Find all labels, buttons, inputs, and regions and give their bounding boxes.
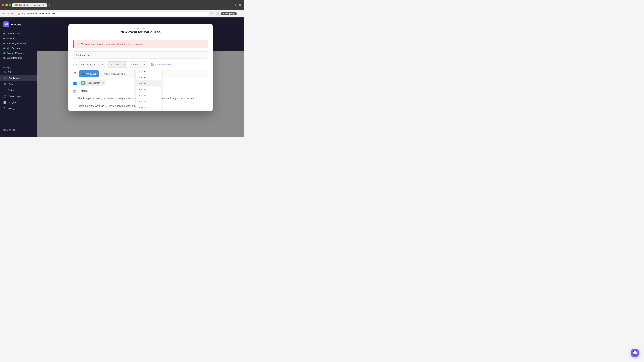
date-value: Sat Jan 20, 2024 — [81, 63, 99, 66]
timezone-button[interactable]: 🌐 ASIA/SHANGHAI — [149, 62, 174, 67]
attendee-avatar: SS — [81, 81, 86, 85]
time-option-300am[interactable]: 3:00 am — [136, 86, 161, 92]
modal-close-button[interactable]: × — [204, 27, 209, 32]
duration-value: 45 min — [131, 63, 138, 66]
window-action-controls[interactable]: ─ □ ✕ — [228, 3, 242, 7]
sidebar-item-label: To-dos — [8, 89, 14, 91]
time-option-400am[interactable]: 4:00 am — [136, 111, 161, 111]
sidebar-item-label: Settings — [8, 107, 16, 110]
events-icon: 📅 — [3, 83, 6, 86]
sidebar-footer-logo: HOMERUN — [0, 126, 37, 134]
sidebar-item-content-writer[interactable]: Content Writer — [0, 31, 37, 36]
duration-selector[interactable]: 45 min ▾ — [129, 61, 147, 68]
time-option-315am[interactable]: 3:15 am — [136, 92, 161, 98]
attendee-name: Shane Smith — [87, 82, 100, 84]
sidebar-item-account-manager[interactable]: Account Manager — [0, 51, 37, 55]
settings-icon: ⚙ — [3, 107, 6, 110]
nav-org-label: Moodjoy — [0, 65, 37, 69]
new-tab-button[interactable]: + — [47, 3, 52, 7]
event-name-input[interactable] — [73, 51, 208, 59]
job-status-dot — [3, 47, 5, 49]
sidebar-item-marketing-associate[interactable]: Marketing Associate — [0, 41, 37, 46]
back-button[interactable]: ← — [3, 12, 5, 15]
org-name: Moodjoy — [11, 23, 21, 26]
sidebar-item-label: Events — [8, 83, 15, 85]
time-option-230am[interactable]: 2:30 am — [136, 74, 161, 80]
sidebar-item-jobs[interactable]: 🗂 Jobs — [0, 69, 37, 75]
close-window-button[interactable] — [2, 4, 4, 6]
video-icon: 📹 — [82, 72, 85, 75]
browser-tab-active[interactable]: H Candidates · Homerun ✕ — [12, 3, 46, 7]
job-label: Account Manager — [7, 52, 24, 54]
incognito-icon: 🕵 — [222, 12, 224, 15]
org-selector[interactable]: MM Moodjoy ▾ — [0, 20, 37, 30]
time-option-215am[interactable]: 2:15 am — [136, 68, 161, 74]
sidebar-item-todos[interactable]: ✓ To-dos — [0, 87, 37, 93]
duration-chevron-icon: ▾ — [144, 64, 145, 65]
restore-icon[interactable]: □ — [233, 3, 237, 7]
sidebar-item-label: Jobs — [8, 71, 12, 73]
modal-step-label: STEP 1 OF 1 — [73, 27, 208, 29]
date-chevron-icon: ▾ — [102, 64, 103, 65]
sidebar-item-candidates[interactable]: 👤 Candidates — [0, 75, 37, 81]
address-bar: ← → ↻ 🔒 app.homerun.co/candidates/542551… — [0, 10, 244, 17]
browser-actions[interactable]: ☆ ⬜ 🕵 Incognito (2) ⋮ — [211, 12, 242, 15]
modal-overlay[interactable]: STEP 1 OF 1 New event for Marie Tess × ⚠… — [37, 17, 244, 137]
incognito-badge[interactable]: 🕵 Incognito (2) — [221, 12, 237, 15]
url-display: app.homerun.co/candidates/5425511 — [22, 12, 58, 15]
sidebar-item-insights[interactable]: 📊 Insights — [0, 99, 37, 105]
time-selector[interactable]: 12:00 am ▾ 2:15 am 2:30 am 2:45 am 3:00 … — [107, 61, 127, 68]
sidebar-item-visual-designer[interactable]: Visual Designer — [0, 55, 37, 60]
sidebar-item-teacher[interactable]: Teacher — [0, 36, 37, 41]
minimize-icon[interactable]: ─ — [228, 3, 232, 7]
main-content: STEP 1 OF 1 New event for Marie Tess × ⚠… — [37, 17, 244, 137]
nav-buttons[interactable]: ← → ↻ — [3, 12, 13, 15]
sidebar-item-label: Career page — [8, 95, 21, 97]
address-input[interactable]: 🔒 app.homerun.co/candidates/5425511 — [15, 11, 209, 16]
attendee-remove-button[interactable]: × — [102, 82, 104, 84]
job-status-dot — [3, 57, 5, 59]
menu-icon[interactable]: ⋮ — [239, 12, 242, 15]
job-label: Visual Designer — [7, 57, 22, 59]
modal-header: STEP 1 OF 1 New event for Marie Tess × — [68, 24, 213, 37]
job-label: Marketing Associate — [7, 42, 26, 44]
sidebar-item-events[interactable]: 📅 Events — [0, 81, 37, 87]
job-label: Content Writer — [7, 32, 21, 35]
bookmark-icon[interactable]: ☆ — [211, 12, 214, 15]
sidebar-item-label: Insights — [8, 101, 16, 104]
date-selector[interactable]: Sat Jan 20, 2024 ▾ — [78, 61, 105, 68]
job-status-dot — [3, 38, 5, 39]
tab-close-button[interactable]: ✕ — [42, 4, 44, 6]
modal-body: ⚠ This candidate has no email and will n… — [68, 37, 213, 111]
window-controls[interactable] — [2, 4, 11, 6]
time-dropdown-scroll[interactable]: 2:15 am 2:30 am 2:45 am 3:00 am 3:15 am … — [136, 68, 161, 111]
close-icon[interactable]: ✕ — [238, 3, 242, 7]
refresh-button[interactable]: ↻ — [11, 12, 13, 15]
reader-icon[interactable]: ⬜ — [216, 12, 219, 15]
location-icon: 📍 — [73, 72, 77, 76]
attendees-icon: 👥 — [73, 81, 77, 85]
org-avatar: MM — [3, 21, 9, 27]
todos-icon: ✓ — [3, 89, 6, 92]
warning-text: This candidate has no email and will not… — [81, 43, 144, 45]
minimize-window-button[interactable] — [5, 4, 8, 6]
dropdown-scrollbar — [160, 70, 160, 99]
video-call-button[interactable]: 📹 Video call — [79, 70, 99, 77]
jobs-section: Content Writer Teacher Marketing Associa… — [0, 30, 37, 61]
sidebar-item-settings[interactable]: ⚙ Settings — [0, 105, 37, 111]
maximize-window-button[interactable] — [9, 4, 11, 6]
job-status-dot — [3, 42, 5, 44]
time-option-330am[interactable]: 3:30 am — [136, 98, 161, 105]
tab-favicon: H — [15, 4, 18, 6]
sidebar-item-label: Candidates — [8, 77, 20, 79]
sidebar-item-web-developer[interactable]: Web Developer — [0, 46, 37, 51]
timezone-label: ASIA/SHANGHAI — [155, 63, 172, 66]
insights-icon: 📊 — [3, 101, 6, 104]
clock-icon: 🕐 — [73, 63, 77, 66]
warning-banner: ⚠ This candidate has no email and will n… — [73, 40, 208, 48]
sidebar-item-career-page[interactable]: 🌐 Career page — [0, 93, 37, 99]
time-option-345am[interactable]: 3:45 am — [136, 105, 161, 111]
forward-button[interactable]: → — [7, 12, 10, 15]
time-chevron-icon: ▾ — [124, 64, 124, 65]
time-option-245am[interactable]: 2:45 am — [136, 80, 161, 86]
